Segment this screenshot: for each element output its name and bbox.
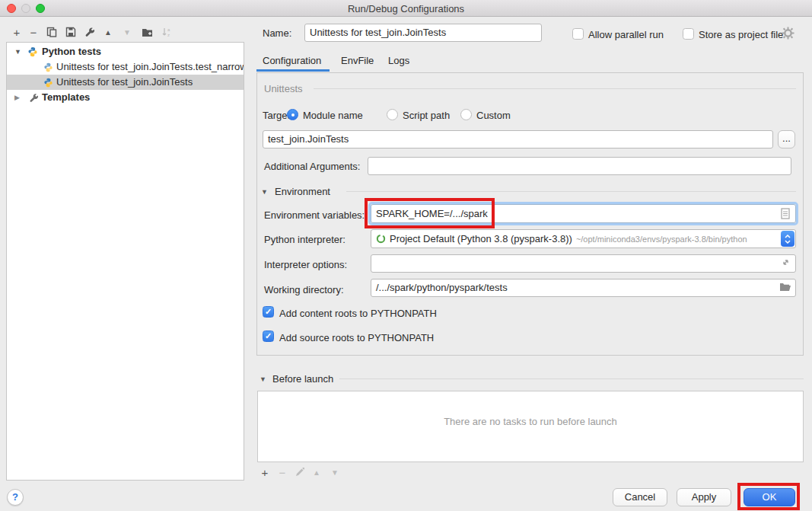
svg-text:z: z	[167, 33, 170, 37]
tree-item-unittests-narrow[interactable]: Unittests for test_join.JoinTests.test_n…	[7, 59, 244, 75]
apply-button[interactable]: Apply	[677, 488, 731, 506]
before-launch-collapse-icon[interactable]: ▼	[260, 375, 266, 383]
target-module-value: test_join.JoinTests	[268, 133, 349, 145]
allow-parallel-run-label: Allow parallel run	[588, 29, 664, 40]
working-directory-label: Working directory:	[264, 284, 344, 295]
environment-collapse-icon[interactable]: ▼	[261, 188, 268, 196]
working-directory-value: /.../spark/python/pyspark/tests	[376, 282, 508, 293]
python-interpreter-value: Project Default (Python 3.8 (pyspark-3.8…	[390, 231, 572, 248]
environment-section-rule	[346, 191, 796, 192]
collapse-arrow-icon[interactable]: ▼	[14, 44, 21, 59]
python-tests-icon	[27, 46, 38, 59]
store-as-project-file-label: Store as project file	[699, 29, 783, 40]
python-interpreter-path: ~/opt/miniconda3/envs/pyspark-3.8/bin/py…	[576, 231, 747, 248]
tab-configuration[interactable]: Configuration	[263, 55, 321, 66]
tab-logs[interactable]: Logs	[388, 55, 409, 66]
add-source-roots-label: Add source roots to PYTHONPATH	[279, 332, 434, 343]
edit-task-icon[interactable]	[292, 465, 307, 480]
tree-item-unittests-jointests-selected[interactable]: Unittests for test_join.JoinTests	[7, 75, 244, 90]
name-input[interactable]: Unittests for test_join.JoinTests	[304, 24, 542, 42]
move-task-down-icon[interactable]: ▼	[327, 465, 342, 480]
target-module-name-radio[interactable]	[287, 109, 298, 120]
unittests-group-title: Unittests	[264, 83, 303, 94]
add-configuration-icon[interactable]: +	[9, 24, 24, 40]
name-label: Name:	[263, 27, 291, 39]
tree-item-label: Templates	[42, 90, 90, 105]
tree-item-python-tests[interactable]: ▼ Python tests	[7, 44, 244, 59]
target-script-path-radio[interactable]	[387, 109, 398, 120]
working-directory-input[interactable]: /.../spark/python/pyspark/tests	[371, 279, 796, 297]
expand-arrow-icon[interactable]: ▶	[14, 90, 20, 105]
remove-configuration-icon[interactable]: −	[26, 24, 41, 40]
python-test-config-icon	[43, 62, 53, 75]
move-up-icon[interactable]: ▲	[100, 24, 116, 40]
python-interpreter-select[interactable]: Project Default (Python 3.8 (pyspark-3.8…	[371, 229, 796, 248]
env-vars-highlight-annotation	[365, 198, 495, 228]
svg-text:a: a	[167, 27, 170, 32]
title-bar: Run/Debug Configurations	[0, 0, 812, 17]
group-title-rule	[314, 88, 796, 89]
move-down-icon[interactable]: ▼	[119, 24, 135, 40]
add-content-roots-label: Add content roots to PYTHONPATH	[279, 308, 437, 319]
browse-button[interactable]: ...	[778, 130, 795, 149]
python-test-config-icon	[43, 77, 53, 90]
before-launch-task-list: There are no tasks to run before launch	[257, 391, 804, 462]
python-interpreter-label: Python interpreter:	[264, 234, 345, 245]
add-content-roots-checkbox[interactable]	[263, 306, 274, 318]
tree-item-templates[interactable]: ▶ Templates	[7, 90, 244, 105]
remove-task-icon[interactable]: −	[275, 465, 290, 480]
run-debug-configurations-dialog: Run/Debug Configurations + − ▲ ▼ az ▼ Py…	[0, 0, 812, 511]
target-module-input[interactable]: test_join.JoinTests	[263, 130, 773, 149]
tree-item-label: Unittests for test_join.JoinTests	[56, 75, 193, 90]
active-tab-underline	[256, 69, 330, 72]
help-button[interactable]: ?	[7, 489, 24, 506]
ok-button-highlight-annotation	[737, 483, 800, 510]
tree-item-label: Python tests	[42, 44, 101, 59]
empty-tasks-message: There are no tasks to run before launch	[258, 416, 803, 427]
window-title: Run/Debug Configurations	[0, 3, 812, 14]
edit-templates-wrench-icon[interactable]	[82, 24, 97, 40]
allow-parallel-run-checkbox[interactable]	[572, 28, 584, 40]
store-options-gear-icon[interactable]	[782, 27, 794, 42]
env-vars-list-icon[interactable]	[781, 208, 790, 222]
add-source-roots-checkbox[interactable]	[263, 331, 274, 342]
before-launch-section-label: Before launch	[272, 373, 333, 385]
sort-configurations-icon[interactable]: az	[159, 24, 174, 40]
tree-item-label: Unittests for test_join.JoinTests.test_n…	[56, 59, 244, 75]
save-configuration-icon[interactable]	[63, 24, 78, 40]
configurations-tree: ▼ Python tests Unittests for test_join.J…	[6, 42, 244, 481]
target-module-name-label: Module name	[303, 110, 363, 121]
move-task-up-icon[interactable]: ▲	[309, 465, 324, 480]
before-launch-rule	[339, 378, 804, 379]
environment-section-label: Environment	[275, 186, 330, 197]
tab-envfile[interactable]: EnvFile	[341, 55, 374, 66]
templates-wrench-icon	[29, 92, 39, 105]
add-task-icon[interactable]: +	[257, 465, 272, 480]
additional-arguments-input[interactable]	[368, 157, 791, 175]
environment-variables-label: Environment variables:	[264, 209, 365, 221]
target-script-path-label: Script path	[403, 110, 450, 121]
additional-arguments-label: Additional Arguments:	[264, 161, 360, 172]
target-custom-label: Custom	[476, 110, 511, 121]
interpreter-options-input[interactable]	[371, 254, 796, 273]
store-as-project-file-checkbox[interactable]	[683, 28, 694, 40]
cancel-button[interactable]: Cancel	[613, 488, 667, 506]
interpreter-options-label: Interpreter options:	[264, 259, 347, 270]
browse-folder-icon[interactable]	[779, 283, 791, 294]
python-interpreter-icon	[376, 234, 386, 244]
name-value: Unittests for test_join.JoinTests	[310, 27, 446, 38]
target-custom-radio[interactable]	[460, 109, 472, 120]
expand-field-icon[interactable]	[781, 257, 791, 270]
new-folder-icon[interactable]	[139, 24, 154, 40]
copy-configuration-icon[interactable]	[44, 24, 59, 40]
dropdown-stepper-icon[interactable]	[781, 231, 794, 247]
